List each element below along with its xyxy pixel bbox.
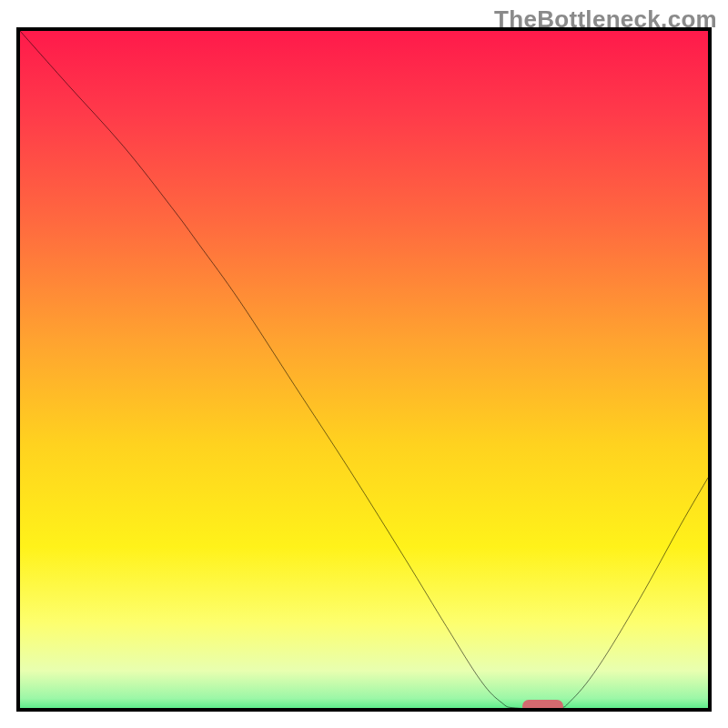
chart-stage: TheBottleneck.com: [0, 0, 728, 728]
plot-frame: [16, 27, 712, 712]
optimal-marker: [522, 700, 563, 712]
plot-inner: [20, 31, 708, 708]
bottleneck-curve: [20, 31, 708, 708]
